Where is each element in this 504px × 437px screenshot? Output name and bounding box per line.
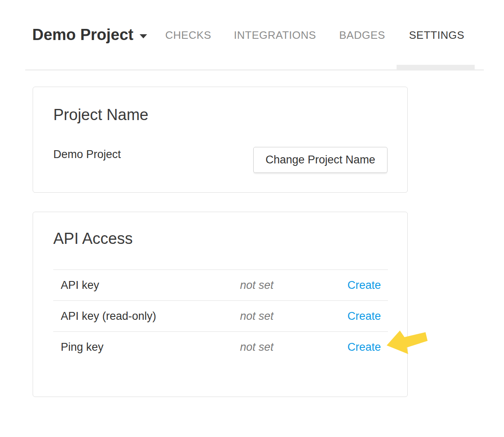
project-name-title: Demo Project — [32, 26, 133, 44]
tab-checks[interactable]: CHECKS — [165, 29, 211, 42]
chevron-down-icon — [140, 34, 147, 38]
tab-integrations[interactable]: INTEGRATIONS — [234, 29, 316, 42]
project-name-card-title: Project Name — [53, 106, 148, 124]
row-value: not set — [240, 341, 273, 354]
create-api-key-link[interactable]: Create — [347, 279, 388, 292]
project-settings-page: Demo Project CHECKS INTEGRATIONS BADGES … — [0, 0, 504, 437]
api-keys-table: API key not set Create API key (read-onl… — [53, 269, 388, 362]
table-row-ping-key: Ping key not set Create — [53, 331, 388, 362]
api-access-card: API Access API key not set Create API ke… — [33, 212, 408, 397]
row-label: API key (read-only) — [53, 310, 240, 323]
table-row-api-key-readonly: API key (read-only) not set Create — [53, 300, 388, 331]
change-project-name-button[interactable]: Change Project Name — [253, 147, 388, 173]
project-switcher-dropdown[interactable]: Demo Project — [32, 26, 147, 44]
row-label: Ping key — [53, 341, 240, 354]
row-label: API key — [53, 279, 240, 292]
tab-settings[interactable]: SETTINGS — [409, 29, 464, 42]
create-readonly-api-key-link[interactable]: Create — [347, 310, 388, 323]
active-tab-indicator — [397, 65, 475, 70]
tab-badges[interactable]: BADGES — [339, 29, 385, 42]
create-ping-key-link[interactable]: Create — [347, 341, 388, 354]
current-project-name: Demo Project — [53, 148, 121, 161]
row-value: not set — [240, 310, 273, 323]
project-name-card: Project Name Demo Project Change Project… — [33, 87, 408, 193]
row-value: not set — [240, 279, 273, 292]
api-access-card-title: API Access — [53, 230, 133, 248]
table-row-api-key: API key not set Create — [53, 269, 388, 300]
